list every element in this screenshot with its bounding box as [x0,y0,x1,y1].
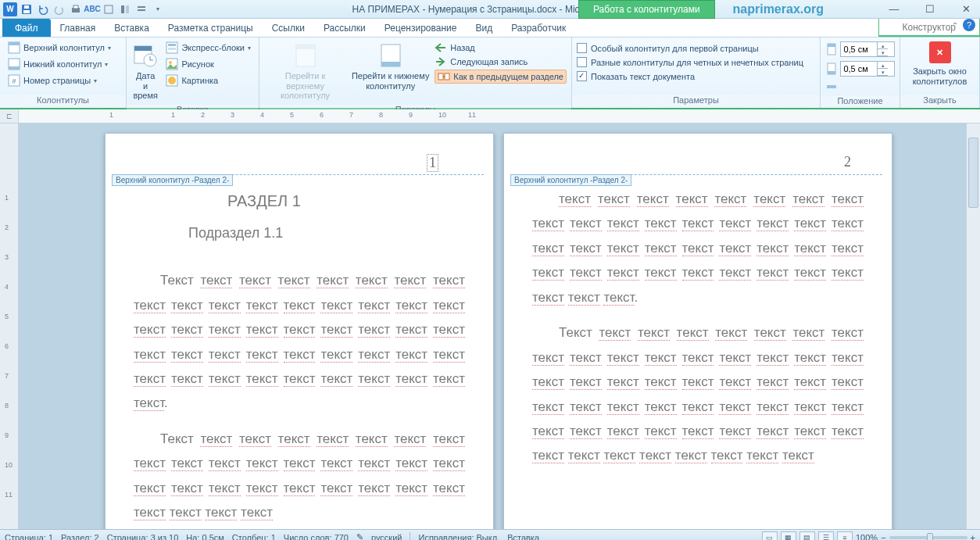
qat-dropdown[interactable]: ▾ [151,2,165,16]
qat-btn2[interactable] [118,2,132,16]
document-area[interactable]: 1 Верхний колонтитул -Раздел 2- РАЗДЕЛ 1… [19,123,980,529]
page-number-button[interactable]: #Номер страницы▾ [5,73,121,88]
view-fullscreen[interactable]: ▦ [781,531,796,541]
undo-icon[interactable] [36,2,50,16]
svg-rect-27 [296,45,315,49]
ribbon: Верхний колонтитул▾ Нижний колонтитул▾ #… [0,38,980,109]
group-headers-footers: Верхний колонтитул▾ Нижний колонтитул▾ #… [0,38,127,108]
redo-icon[interactable] [52,2,66,16]
goto-footer-button[interactable]: Перейти к нижнему колонтитулу [349,40,431,102]
header-from-top[interactable]: ▴▾ [825,41,895,58]
qat-btn1[interactable] [102,2,116,16]
view-outline[interactable]: ☰ [818,531,834,541]
vertical-scrollbar[interactable] [966,123,980,529]
page-number-field[interactable]: 1 [427,154,438,172]
svg-point-25 [168,77,176,84]
para: Текст текст текст текст текст текст текс… [532,320,864,468]
qat-btn3[interactable] [134,2,148,16]
status-track[interactable]: Исправления: Выкл. [418,533,499,541]
scrollbar-thumb[interactable] [968,138,978,208]
context-tab-title: Работа с колонтитулами [578,0,715,19]
tab-insert[interactable]: Вставка [105,19,159,37]
bottom-value[interactable] [841,64,877,73]
status-insert[interactable]: Вставка [507,533,539,541]
express-blocks-button[interactable]: Экспресс-блоки▾ [163,40,254,55]
svg-rect-33 [828,44,835,47]
status-page-of[interactable]: Страница: 3 из 10 [107,533,179,541]
tab-references[interactable]: Ссылки [263,19,314,37]
horizontal-ruler[interactable]: 1 1 2 3 4 5 6 7 8 9 10 11 [19,109,980,123]
group-options: Особый колонтитул для первой страницы Ра… [572,38,821,108]
tab-view[interactable]: Вид [466,19,502,37]
vertical-ruler[interactable]: 123 456 789 1011 [0,123,19,529]
show-doc-checkbox[interactable]: Показать текст документа [577,70,815,82]
watermark: naprimerax.org [733,2,824,16]
view-draft[interactable]: ≡ [837,531,853,541]
document-body: текст текст текст текст текст текст текс… [532,187,864,468]
view-print-layout[interactable]: ▭ [762,531,778,541]
svg-rect-29 [381,62,400,66]
spin-up[interactable]: ▴ [878,42,888,49]
next-record-button[interactable]: Следующая запись [435,55,567,68]
minimize-ribbon-icon[interactable]: ⌃ [952,21,958,30]
svg-rect-11 [9,42,20,45]
maximize-button[interactable]: ☐ [919,2,941,17]
zoom-level[interactable]: 100% [856,533,878,541]
picture-button[interactable]: Рисунок [163,56,254,72]
zoom-out[interactable]: − [881,533,885,541]
svg-rect-1 [23,10,30,13]
svg-rect-6 [121,5,124,13]
save-icon[interactable] [20,2,34,16]
status-lang[interactable]: русский [371,533,402,541]
tab-mailings[interactable]: Рассылки [314,19,375,37]
svg-rect-21 [168,48,176,50]
file-tab[interactable]: Файл [2,19,51,37]
status-page[interactable]: Страница: 1 [5,533,53,541]
tab-layout[interactable]: Разметка страницы [159,19,263,37]
spellcheck-icon[interactable]: ABC [85,2,99,16]
first-page-checkbox[interactable]: Особый колонтитул для первой страницы [577,42,815,54]
page-2: 2 Верхний колонтитул -Раздел 2- текст те… [503,133,892,529]
ruler-corner[interactable]: ⊏ [0,109,19,123]
svg-rect-5 [105,5,113,13]
zoom-slider[interactable] [889,536,967,539]
date-time-button[interactable]: Дата и время [131,40,159,102]
status-col[interactable]: Столбец: 1 [232,533,276,541]
spell-status-icon[interactable]: ✎ [356,532,363,540]
svg-rect-13 [9,66,20,70]
footer-from-bottom[interactable]: ▴▾ [825,60,895,77]
top-header-button[interactable]: Верхний колонтитул▾ [5,40,121,55]
tab-review[interactable]: Рецензирование [375,19,467,37]
group-title: Колонтитулы [0,95,126,108]
svg-rect-7 [126,5,129,13]
header-tag: Верхний колонтитул -Раздел 2- [112,174,233,186]
odd-even-checkbox[interactable]: Разные колонтитулы для четных и нечетных… [577,56,815,68]
svg-rect-9 [138,9,145,11]
print-icon[interactable] [69,2,83,16]
back-button[interactable]: Назад [435,41,567,54]
bottom-header-button[interactable]: Нижний колонтитул▾ [5,56,121,72]
section-heading: РАЗДЕЛ 1 [227,187,465,216]
spin-down[interactable]: ▾ [878,69,888,76]
clipart-button[interactable]: Картинка [163,73,254,88]
link-to-previous-button[interactable]: Как в предыдущем разделе [435,70,567,84]
spin-down[interactable]: ▾ [878,49,888,56]
close-button[interactable]: ✕ [955,2,977,17]
tab-home[interactable]: Главная [51,19,106,37]
group-close: ✕ Закрыть окно колонтитулов Закрыть [900,38,980,108]
close-header-footer-button[interactable]: ✕ Закрыть окно колонтитулов [907,40,973,93]
status-section[interactable]: Раздел: 2 [61,533,99,541]
tab-developer[interactable]: Разработчик [502,19,575,37]
top-value[interactable] [841,45,877,54]
svg-rect-31 [445,73,449,80]
workspace: 123 456 789 1011 1 Верхний колонтитул -Р… [0,123,980,529]
view-web[interactable]: ▤ [799,531,815,541]
spin-up[interactable]: ▴ [878,62,888,69]
word-icon: W [3,2,17,16]
help-icon[interactable]: ? [963,19,975,31]
minimize-button[interactable]: — [883,2,905,17]
zoom-in[interactable]: + [971,533,975,541]
insert-alignment-tab[interactable] [825,80,895,94]
status-words[interactable]: Число слов: 770 [284,533,349,541]
status-at[interactable]: На: 0,5см [186,533,224,541]
